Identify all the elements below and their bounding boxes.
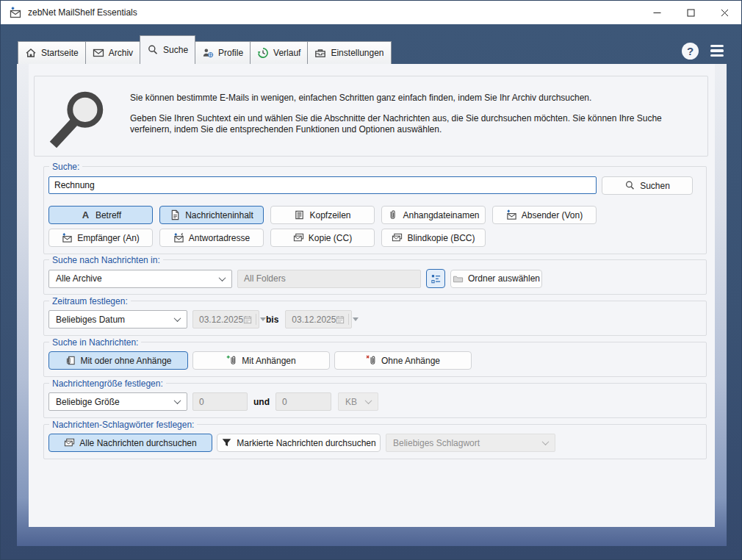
group-attachments: Suche in Nachrichten: Mit oder ohne Anhä… (43, 342, 707, 377)
title-bar: zebNet MailShelf Essentials (1, 1, 741, 24)
archive-select[interactable]: Alle Archive (48, 270, 232, 288)
folders-field-value: All Folders (244, 273, 286, 284)
toggle-anhangdateinamen[interactable]: Anhangdateinamen (381, 206, 486, 224)
tag-select-value: Beliebiges Schlagwort (393, 438, 480, 448)
toggle-label: Alle Nachrichten durchsuchen (79, 438, 196, 448)
group-tags: Nachrichten-Schlagwörter festlegen: Alle… (43, 424, 707, 459)
tab-einstellungen[interactable]: Einstellungen (307, 41, 391, 64)
toggle-label: Mit Anhängen (242, 356, 295, 366)
search-button[interactable]: Suchen (602, 176, 693, 195)
tab-verlauf[interactable]: Verlauf (250, 41, 308, 64)
tab-label: Startseite (41, 48, 79, 58)
date-from-field: 03.12.2025 (192, 310, 259, 329)
close-button[interactable] (707, 1, 741, 24)
tab-profile[interactable]: Profile (195, 41, 251, 64)
choose-folder-label: Ordner auswählen (468, 273, 540, 284)
envelopes-icon (64, 437, 75, 448)
date-mode-select[interactable]: Beliebiges Datum (48, 310, 187, 329)
toggle-kopfzeilen[interactable]: Kopfzeilen (270, 206, 375, 224)
tab-label: Suche (163, 45, 188, 55)
document-icon (170, 209, 181, 220)
choose-folder-button[interactable]: Ordner auswählen (450, 270, 542, 288)
attachment-document-icon (65, 355, 76, 366)
archive-select-value: Alle Archive (56, 273, 102, 284)
toggle-label: Kopfzeilen (309, 210, 350, 220)
toggle-empfaenger-an[interactable]: Empfänger (An) (48, 229, 153, 247)
envelope-send-icon (506, 209, 517, 220)
window-controls (640, 1, 741, 24)
tab-label: Einstellungen (331, 48, 383, 58)
hamburger-menu-button[interactable] (710, 45, 724, 57)
group-message-size: Nachrichtengröße festlegen: Beliebige Gr… (43, 383, 707, 418)
group-date-label: Zeitraum festlegen: (49, 296, 131, 306)
group-scope-label: Suche nach Nachrichten in: (49, 255, 163, 265)
tab-archiv[interactable]: Archiv (85, 41, 140, 64)
folders-field: All Folders (237, 270, 421, 288)
group-scope: Suche nach Nachrichten in: Alle Archive … (43, 259, 707, 295)
tab-label: Verlauf (273, 48, 300, 58)
group-search-label: Suche: (49, 162, 82, 172)
toggle-label: Anhangdateinamen (403, 210, 479, 220)
letter-a-icon: A (80, 209, 91, 220)
toolbox-icon (314, 47, 326, 59)
tag-select: Beliebiges Schlagwort (386, 434, 555, 452)
toggle-kopie-cc[interactable]: Kopie (CC) (270, 229, 375, 247)
toggle-label: Antwortadresse (189, 233, 250, 243)
envelope-icon (93, 47, 104, 59)
chevron-down-icon (365, 397, 372, 404)
help-button[interactable]: ? (682, 43, 699, 60)
chevron-down-icon (219, 274, 226, 281)
filter-icon (221, 437, 232, 448)
toggle-label: Mit oder ohne Anhänge (80, 356, 171, 366)
tab-suche[interactable]: Suche (140, 35, 195, 64)
search-page: Sie können bestimmte E-Mails in wenigen,… (29, 64, 715, 527)
toggle-without-attachments[interactable]: Ohne Anhänge (334, 351, 472, 370)
size-unit-value: KB (345, 397, 357, 407)
size-mode-value: Beliebige Größe (56, 397, 120, 407)
folder-icon (453, 273, 464, 284)
chevron-down-icon (174, 397, 181, 404)
toggle-with-or-without-attachments[interactable]: Mit oder ohne Anhänge (48, 351, 188, 370)
app-mail-icon (9, 7, 22, 19)
size-max-value: 0 (282, 397, 287, 407)
tab-startseite[interactable]: Startseite (18, 41, 86, 64)
size-unit-select: KB (338, 392, 378, 411)
toggle-with-attachments[interactable]: Mit Anhängen (192, 351, 330, 370)
size-separator-label: und (253, 397, 270, 407)
window-body: ? Startseite Archiv (1, 24, 741, 559)
intro-line-2: Geben Sie Ihren Suchtext ein und wählen … (130, 113, 694, 135)
group-date-range: Zeitraum festlegen: Beliebiges Datum 03.… (43, 301, 707, 336)
toggle-betreff[interactable]: A Betreff (48, 206, 153, 224)
maximize-button[interactable] (674, 1, 707, 24)
minimize-button[interactable] (640, 1, 674, 24)
toggle-search-all-messages[interactable]: Alle Nachrichten durchsuchen (48, 434, 212, 452)
search-button-label: Suchen (640, 181, 670, 191)
chevron-down-icon (542, 438, 550, 445)
folder-tree-button[interactable] (426, 269, 445, 288)
paperclip-icon (387, 209, 398, 220)
toggle-label: Blindkopie (BCC) (407, 233, 475, 243)
toggle-nachrichteninhalt[interactable]: Nachrichteninhalt (159, 206, 264, 224)
app-window: zebNet MailShelf Essentials ? (0, 0, 742, 560)
size-mode-select[interactable]: Beliebige Größe (48, 392, 187, 411)
toggle-label: Betreff (96, 210, 121, 220)
date-separator-label: bis (266, 315, 278, 325)
search-icon (147, 44, 159, 56)
toggle-label: Nachrichteninhalt (185, 210, 253, 220)
attachment-add-icon (226, 355, 237, 366)
toggle-search-tagged-messages[interactable]: Markierte Nachrichten durchsuchen (217, 434, 381, 452)
window-title: zebNet MailShelf Essentials (28, 7, 137, 18)
size-max-field: 0 (275, 392, 331, 411)
date-to-field: 03.12.2025 (285, 310, 352, 329)
calendar-icon (243, 315, 252, 324)
toggle-absender-von[interactable]: Absender (Von) (492, 206, 597, 224)
toggle-antwortadresse[interactable]: Antwortadresse (159, 229, 264, 247)
search-icon (624, 180, 635, 191)
toggle-blindkopie-bcc[interactable]: Blindkopie (BCC) (381, 229, 486, 247)
attachment-remove-icon (366, 355, 377, 366)
date-mode-value: Beliebiges Datum (56, 315, 125, 325)
tree-view-icon (431, 273, 442, 284)
search-input[interactable] (48, 176, 597, 194)
magnifier-icon (47, 87, 110, 150)
intro-line-1: Sie können bestimmte E-Mails in wenigen,… (130, 93, 694, 104)
